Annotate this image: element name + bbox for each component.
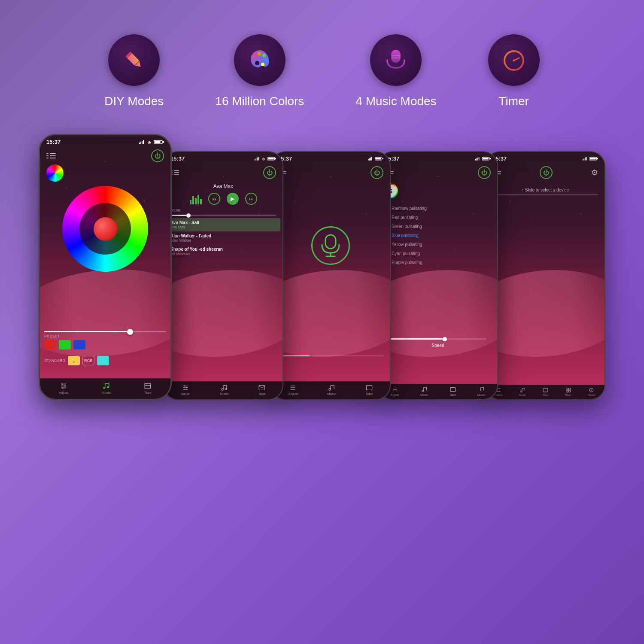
phone-microphone: 15:37 ⏻ (270, 151, 391, 400)
song-list: Ava Max - Salt Ava Max Alan Walker - Fad… (166, 218, 280, 258)
song-title-1: Ava Max - Salt (170, 220, 276, 225)
phone2-power[interactable]: ⏻ (263, 166, 276, 179)
song-item-2[interactable]: Alan Walker - Faded Alan Walker (166, 231, 280, 245)
svg-rect-21 (140, 142, 141, 144)
phone5-nav-tape[interactable]: Tape (543, 387, 548, 396)
phone3-bottom-nav: Adjust Music Tape (271, 381, 390, 399)
svg-rect-85 (590, 158, 595, 159)
svg-point-35 (107, 386, 109, 389)
progress-bar[interactable] (170, 215, 276, 216)
music-bars (190, 194, 202, 204)
bar3 (195, 198, 197, 204)
svg-rect-72 (490, 158, 491, 159)
svg-point-6 (262, 54, 266, 57)
artist-name: Ava Max (166, 183, 280, 189)
effect-blue[interactable]: ❄ Blue pulsating (383, 232, 493, 239)
effect-purple[interactable]: ❄ Purple pulsating (383, 259, 493, 266)
color-sphere[interactable] (46, 164, 64, 182)
svg-rect-39 (258, 157, 259, 161)
speed-section: Speed (385, 335, 491, 348)
std-cyan-btn[interactable] (97, 356, 109, 365)
svg-rect-67 (475, 159, 476, 160)
mic-circle[interactable] (311, 226, 350, 265)
svg-rect-26 (163, 141, 164, 143)
play-button[interactable]: ▶ (227, 193, 239, 205)
svg-point-40 (263, 159, 264, 160)
song-artist-2: Alan Walker (170, 238, 276, 243)
svg-rect-66 (366, 386, 372, 390)
music-icon-circle (370, 34, 422, 86)
phone5-bottom-nav: Adjust Music Tape Style Preset (486, 385, 605, 399)
svg-rect-43 (268, 158, 273, 159)
timer-icon-circle (488, 34, 540, 86)
phone1-bottom-nav: Adjust Music Tape (40, 378, 170, 399)
phone4-nav-music2[interactable]: Music (477, 386, 485, 396)
power-button[interactable]: ⏻ (151, 149, 164, 162)
nav-adjust[interactable]: Adjust (59, 382, 68, 395)
song-item-1[interactable]: Ava Max - Salt Ava Max (166, 218, 280, 231)
phone3-power[interactable]: ⏻ (371, 166, 383, 179)
svg-rect-38 (257, 158, 258, 161)
svg-rect-55 (371, 157, 372, 161)
next-button[interactable]: ⏭ (245, 193, 257, 205)
phone2-nav-music[interactable]: Music (220, 384, 229, 396)
svg-point-48 (186, 387, 188, 389)
svg-rect-94 (568, 390, 570, 392)
phone4-nav-music[interactable]: Music (420, 386, 428, 396)
phone2-nav-tape[interactable]: Tape (258, 384, 265, 396)
phone5-topbar: 15:37 (486, 152, 605, 164)
color-ring[interactable] (62, 186, 148, 272)
svg-rect-79 (583, 159, 583, 160)
svg-rect-42 (275, 158, 276, 159)
prev-button[interactable]: ⏮ (208, 193, 220, 205)
effect-red[interactable]: ❄ Red pulsating (383, 214, 493, 221)
phone1-status (139, 140, 164, 144)
std-rgb-btn[interactable]: RGB (82, 356, 94, 365)
effect-rainbow[interactable]: ❄ Rainbow pulsating (383, 205, 493, 212)
svg-rect-90 (543, 388, 548, 392)
feature-colors: 16 Million Colors (215, 34, 304, 108)
phone-device-select: 15:37 ⏻ ⚙ ↑ Slide to select a device (485, 151, 605, 400)
color-dot[interactable] (94, 217, 117, 241)
phone5-nav-style[interactable]: Style (565, 387, 571, 396)
settings-icon[interactable]: ⚙ (591, 168, 598, 177)
mic-screen (271, 181, 390, 310)
effect-green[interactable]: ❄ Green pulsating (383, 223, 493, 230)
svg-rect-80 (584, 158, 585, 161)
preset-row: PRESET (44, 334, 166, 349)
phone2-nav-adjust[interactable]: Adjust (181, 384, 190, 396)
brightness-slider[interactable] (44, 331, 166, 332)
svg-point-7 (264, 58, 267, 62)
preset-green[interactable] (59, 340, 71, 349)
phone5-power[interactable]: ⏻ (540, 166, 553, 179)
phone4-nav-tape[interactable]: Tape (450, 386, 456, 396)
nav-music[interactable]: Music (102, 382, 111, 395)
svg-point-65 (329, 389, 331, 390)
phone3-nav-tape[interactable]: Tape (365, 384, 373, 396)
std-bulb-btn[interactable]: 💡 (68, 356, 80, 365)
svg-rect-73 (483, 158, 488, 159)
phone5-nav-music[interactable]: Music (519, 387, 526, 396)
phone4-bottom-nav: Adjust Music Tape Music (379, 384, 497, 399)
svg-rect-78 (450, 387, 456, 391)
svg-rect-52 (368, 159, 369, 160)
phone3-nav-adjust[interactable]: Adjust (288, 384, 298, 396)
slide-hint: ↑ Slide to select a device (492, 188, 598, 192)
phone5-nav-preset[interactable]: Preset (588, 387, 595, 396)
phone4-power[interactable]: ⏻ (478, 166, 491, 179)
svg-rect-37 (256, 158, 257, 161)
phone3-nav-music[interactable]: Music (327, 384, 336, 396)
preset-blue[interactable] (73, 340, 85, 349)
phone4-header: ⏻ (379, 164, 497, 181)
preset-red[interactable] (44, 340, 56, 349)
speed-slider[interactable] (389, 338, 486, 340)
svg-point-9 (255, 61, 259, 65)
nav-tape[interactable]: Tape (144, 382, 152, 395)
phone1-topbar: 15:37 (40, 135, 170, 147)
phone4-nav-adjust[interactable]: Adjust (391, 386, 399, 396)
effect-yellow[interactable]: ❄ Yellow pulsating (383, 241, 493, 248)
svg-point-8 (261, 63, 264, 66)
song-artist-3: ed sheeran (170, 252, 276, 256)
song-item-3[interactable]: Shape of You -ed sheeran ed sheeran (166, 245, 280, 258)
effect-cyan[interactable]: ❄ Cyan pulsating (383, 250, 493, 257)
